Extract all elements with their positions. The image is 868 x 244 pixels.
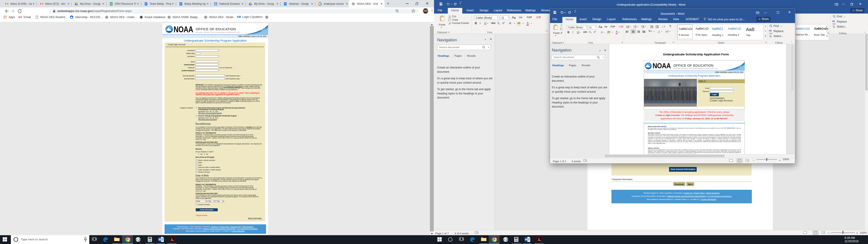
svg-text:20: 20 — [215, 3, 217, 5]
svg-text:3: 3 — [633, 27, 634, 28]
svg-text:W: W — [158, 238, 161, 241]
svg-text:A: A — [662, 25, 663, 27]
svg-text:NOAA: NOAA — [168, 27, 170, 28]
svg-text:Z: Z — [662, 27, 663, 28]
svg-text:W: W — [525, 238, 527, 241]
